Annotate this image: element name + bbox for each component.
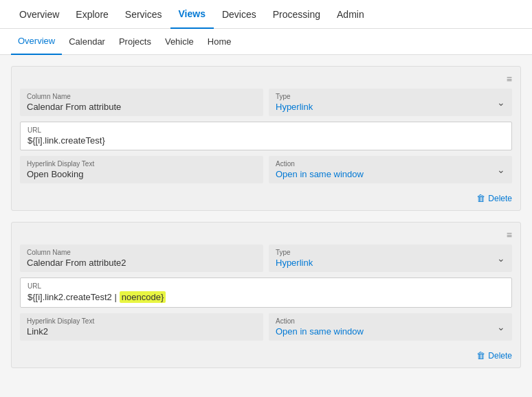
- card1-type-chevron-icon: ⌄: [497, 97, 505, 108]
- subnav-item-projects[interactable]: Projects: [112, 29, 158, 55]
- card2-type-value: Hyperlink: [276, 258, 313, 268]
- card1-url-value: ${[i].link.createTest}: [27, 135, 105, 146]
- card1-action-value: Open in same window: [276, 169, 364, 179]
- card2-hyperlink-display-field: Hyperlink Display Text Link2: [20, 313, 263, 341]
- subnav-item-calendar[interactable]: Calendar: [62, 29, 112, 55]
- card2-action-field-inner: Action Open in same window: [276, 317, 364, 337]
- card2-url-prefix: ${[i].link2.createTest2 |: [27, 292, 117, 302]
- nav-item-admin[interactable]: Admin: [329, 0, 373, 29]
- card2-column-name-value: Calendar From attribute2: [27, 258, 126, 268]
- card2-url-content: ${[i].link2.createTest2 | noencode}: [27, 291, 505, 303]
- card2-row1: Column Name Calendar From attribute2 Typ…: [20, 245, 512, 272]
- card1-hyperlink-display-value: Open Booking: [27, 169, 83, 179]
- card1-url-field[interactable]: URL ${[i].link.createTest}: [20, 122, 512, 150]
- card2-action-label: Action: [276, 317, 364, 325]
- card2-type-label: Type: [276, 249, 313, 256]
- card1-column-name-label: Column Name: [27, 93, 256, 100]
- card2-type-chevron-icon: ⌄: [497, 253, 505, 264]
- card2-action-value: Open in same window: [276, 326, 364, 337]
- card1-delete-row: 🗑 Delete: [20, 189, 512, 203]
- top-nav: Overview Explore Services Views Devices …: [0, 0, 532, 29]
- card-1: ≡ Column Name Calendar From attribute Ty…: [11, 66, 521, 211]
- trash-icon: 🗑: [476, 193, 485, 203]
- card1-type-label: Type: [276, 93, 313, 100]
- card1-row3: Hyperlink Display Text Open Booking Acti…: [20, 156, 512, 183]
- card1-type-select[interactable]: Type Hyperlink ⌄: [269, 89, 512, 116]
- card2-url-field[interactable]: URL ${[i].link2.createTest2 | noencode}: [20, 277, 512, 308]
- nav-item-services[interactable]: Services: [117, 0, 170, 29]
- nav-item-views[interactable]: Views: [170, 0, 214, 29]
- card1-type-field-inner: Type Hyperlink: [276, 93, 313, 112]
- card1-action-select[interactable]: Action Open in same window ⌄: [269, 156, 512, 183]
- card1-delete-button[interactable]: 🗑 Delete: [476, 193, 512, 203]
- card2-hyperlink-display-value: Link2: [27, 326, 48, 337]
- nav-item-processing[interactable]: Processing: [265, 0, 329, 29]
- card2-action-select[interactable]: Action Open in same window ⌄: [269, 313, 512, 341]
- hamburger-icon: ≡: [507, 73, 512, 84]
- card1-action-field-inner: Action Open in same window: [276, 160, 364, 179]
- card2-type-select[interactable]: Type Hyperlink ⌄: [269, 245, 512, 272]
- card1-url-row: URL ${[i].link.createTest}: [20, 122, 512, 150]
- card2-hyperlink-display-label: Hyperlink Display Text: [27, 317, 256, 325]
- card2-menu[interactable]: ≡: [20, 229, 512, 240]
- subnav-item-home[interactable]: Home: [201, 29, 239, 55]
- card-2: ≡ Column Name Calendar From attribute2 T…: [11, 222, 521, 368]
- subnav-item-overview[interactable]: Overview: [11, 29, 62, 55]
- card1-hyperlink-display-label: Hyperlink Display Text: [27, 160, 256, 168]
- card2-delete-button[interactable]: 🗑 Delete: [476, 350, 512, 361]
- nav-item-devices[interactable]: Devices: [214, 0, 265, 29]
- card1-row1: Column Name Calendar From attribute Type…: [20, 89, 512, 116]
- card2-type-field-inner: Type Hyperlink: [276, 249, 313, 268]
- card1-action-label: Action: [276, 160, 364, 168]
- card1-url-label: URL: [27, 126, 505, 134]
- card2-url-row: URL ${[i].link2.createTest2 | noencode}: [20, 277, 512, 308]
- main-content: ≡ Column Name Calendar From attribute Ty…: [0, 55, 532, 397]
- card1-action-chevron-icon: ⌄: [497, 164, 505, 175]
- card2-column-name-label: Column Name: [27, 249, 256, 256]
- card1-delete-label: Delete: [488, 194, 512, 203]
- card2-delete-row: 🗑 Delete: [20, 346, 512, 361]
- nav-item-explore[interactable]: Explore: [67, 0, 116, 29]
- hamburger-icon-2: ≡: [507, 229, 512, 240]
- card1-type-value: Hyperlink: [276, 102, 313, 112]
- subnav-item-vehicle[interactable]: Vehicle: [158, 29, 201, 55]
- card1-column-name-value: Calendar From attribute: [27, 102, 121, 112]
- card2-url-highlight: noencode}: [120, 291, 166, 303]
- card2-column-name-field: Column Name Calendar From attribute2: [20, 245, 263, 272]
- trash-icon-2: 🗑: [476, 350, 485, 361]
- card2-delete-label: Delete: [488, 351, 512, 361]
- sub-nav: Overview Calendar Projects Vehicle Home: [0, 29, 532, 55]
- card1-hyperlink-display-field: Hyperlink Display Text Open Booking: [20, 156, 263, 183]
- card2-action-chevron-icon: ⌄: [497, 321, 505, 332]
- card2-row3: Hyperlink Display Text Link2 Action Open…: [20, 313, 512, 341]
- card1-column-name-field: Column Name Calendar From attribute: [20, 89, 263, 116]
- nav-item-overview[interactable]: Overview: [11, 0, 67, 29]
- card2-url-label: URL: [27, 282, 505, 290]
- card1-menu[interactable]: ≡: [20, 73, 512, 84]
